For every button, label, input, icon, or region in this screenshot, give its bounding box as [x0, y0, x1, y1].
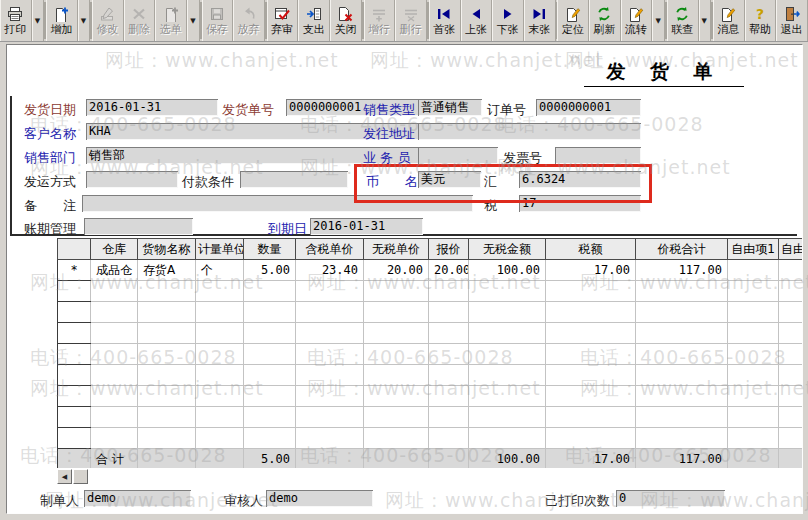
table-cell[interactable]	[779, 302, 803, 323]
exit-button[interactable]: 退出	[776, 0, 808, 41]
table-cell[interactable]	[779, 365, 803, 386]
scroll-thumb[interactable]	[73, 469, 88, 484]
next-button[interactable]: 下张	[492, 0, 524, 41]
table-cell[interactable]	[429, 428, 469, 449]
table-cell[interactable]: 5.00	[244, 260, 296, 281]
help-button[interactable]: ?帮助	[745, 0, 777, 41]
table-cell[interactable]	[91, 344, 138, 365]
table-cell[interactable]	[91, 407, 138, 428]
link-query-button[interactable]: 联查	[667, 0, 699, 41]
table-cell[interactable]	[138, 407, 196, 428]
print-dropdown[interactable]: ▼	[32, 0, 45, 41]
table-cell[interactable]	[728, 323, 779, 344]
table-cell[interactable]	[244, 365, 296, 386]
table-cell[interactable]	[636, 365, 728, 386]
table-cell[interactable]: 117.00	[636, 260, 728, 281]
ship-method-field[interactable]	[86, 171, 178, 188]
table-cell[interactable]	[364, 365, 429, 386]
prev-button[interactable]: 上张	[461, 0, 493, 41]
table-cell[interactable]	[244, 386, 296, 407]
table-cell[interactable]	[728, 344, 779, 365]
maker-field[interactable]: demo	[84, 490, 191, 507]
table-cell[interactable]	[469, 407, 546, 428]
table-cell[interactable]	[546, 302, 636, 323]
refresh-button[interactable]: 刷新	[589, 0, 621, 41]
table-cell[interactable]	[779, 260, 803, 281]
table-cell[interactable]	[58, 323, 91, 344]
table-cell[interactable]	[469, 365, 546, 386]
table-cell[interactable]: 100.00	[469, 260, 546, 281]
table-cell[interactable]	[364, 428, 429, 449]
close-button[interactable]: 关闭	[330, 0, 362, 41]
table-cell[interactable]	[728, 281, 779, 302]
table-cell[interactable]	[138, 386, 196, 407]
table-cell[interactable]: *	[58, 260, 91, 281]
due-date-field[interactable]: 2016-01-31	[310, 218, 423, 235]
table-cell[interactable]	[636, 281, 728, 302]
table-cell[interactable]	[636, 407, 728, 428]
table-cell[interactable]: 成品仓	[91, 260, 138, 281]
table-cell[interactable]	[296, 428, 364, 449]
table-cell[interactable]	[429, 281, 469, 302]
table-cell[interactable]: 存货A	[138, 260, 196, 281]
table-cell[interactable]: 23.40	[296, 260, 364, 281]
table-cell[interactable]	[296, 407, 364, 428]
table-cell[interactable]	[469, 323, 546, 344]
table-cell[interactable]	[196, 365, 244, 386]
table-cell[interactable]	[364, 281, 429, 302]
table-cell[interactable]	[636, 323, 728, 344]
table-cell[interactable]	[546, 386, 636, 407]
table-cell[interactable]	[196, 386, 244, 407]
table-cell[interactable]	[296, 344, 364, 365]
table-cell[interactable]	[546, 344, 636, 365]
table-cell[interactable]	[728, 260, 779, 281]
table-cell[interactable]	[728, 428, 779, 449]
currency-field[interactable]: 美元	[418, 171, 481, 188]
table-cell[interactable]	[546, 323, 636, 344]
table-cell[interactable]	[196, 281, 244, 302]
table-cell[interactable]	[91, 428, 138, 449]
table-cell[interactable]	[91, 281, 138, 302]
table-cell[interactable]	[244, 407, 296, 428]
table-cell[interactable]	[364, 302, 429, 323]
table-cell[interactable]	[636, 344, 728, 365]
table-cell[interactable]	[138, 344, 196, 365]
table-cell[interactable]	[196, 323, 244, 344]
table-cell[interactable]	[429, 323, 469, 344]
table-cell[interactable]	[429, 365, 469, 386]
table-cell[interactable]	[429, 302, 469, 323]
table-cell[interactable]	[636, 302, 728, 323]
table-cell[interactable]	[296, 365, 364, 386]
table-cell[interactable]	[546, 365, 636, 386]
table-cell[interactable]	[138, 365, 196, 386]
flow-button[interactable]: 流转	[621, 0, 653, 41]
table-cell[interactable]	[58, 407, 91, 428]
table-cell[interactable]	[91, 323, 138, 344]
table-cell[interactable]	[546, 428, 636, 449]
salesman-field[interactable]	[418, 147, 498, 164]
table-cell[interactable]	[91, 365, 138, 386]
table-cell[interactable]	[364, 407, 429, 428]
table-cell[interactable]	[779, 323, 803, 344]
table-cell[interactable]	[58, 281, 91, 302]
table-cell[interactable]: 17.00	[546, 260, 636, 281]
table-cell[interactable]	[138, 302, 196, 323]
ship-date-field[interactable]: 2016-01-31	[86, 99, 218, 116]
scroll-left-button[interactable]: ◀	[57, 469, 72, 484]
table-cell[interactable]	[58, 344, 91, 365]
order-no-field[interactable]: 0000000001	[536, 99, 641, 116]
table-cell[interactable]	[546, 407, 636, 428]
table-cell[interactable]	[636, 386, 728, 407]
table-cell[interactable]	[469, 428, 546, 449]
add-dropdown[interactable]: ▼	[78, 0, 91, 41]
table-cell[interactable]	[469, 344, 546, 365]
table-cell[interactable]	[296, 281, 364, 302]
table-cell[interactable]	[58, 428, 91, 449]
table-cell[interactable]	[58, 365, 91, 386]
table-cell[interactable]	[296, 386, 364, 407]
period-mgmt-field[interactable]	[84, 218, 193, 235]
select-doc-dropdown[interactable]: ▼	[187, 0, 200, 41]
table-cell[interactable]	[91, 386, 138, 407]
table-cell[interactable]	[244, 302, 296, 323]
table-cell[interactable]	[546, 281, 636, 302]
